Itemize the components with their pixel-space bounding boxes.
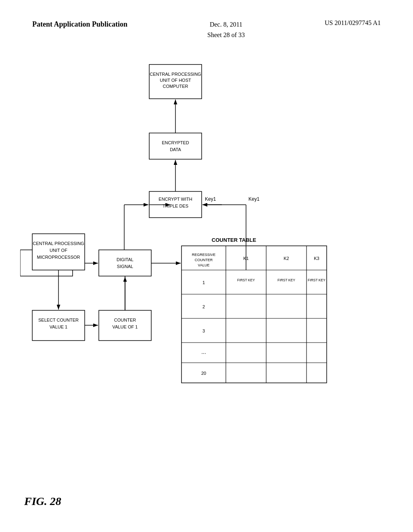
encrypt-des-text: ENCRYPT WITH: [159, 197, 192, 202]
publication-date: Dec. 8, 2011: [207, 19, 245, 30]
page-header: Patent Application Publication Dec. 8, 2…: [0, 19, 413, 40]
col-header-k3: K3: [314, 256, 319, 261]
digital-signal-box: [99, 250, 151, 276]
row1-k3: FIRST KEY: [308, 278, 325, 282]
svg-text:DATA: DATA: [170, 147, 181, 152]
encrypted-data-box: [149, 133, 202, 159]
svg-text:VALUE: VALUE: [198, 263, 210, 267]
svg-text:SIGNAL: SIGNAL: [117, 264, 133, 269]
cpu-host-text: CENTRAL PROCESSING: [150, 72, 201, 77]
col-header-k2: K2: [284, 256, 289, 261]
col-header-counter: REGRESSIVE: [192, 253, 216, 257]
select-counter-text: SELECT COUNTER: [38, 318, 79, 322]
ellipsis: ...: [201, 349, 206, 355]
svg-text:TRIPLE DES: TRIPLE DES: [163, 204, 188, 208]
diagram-svg: CENTRAL PROCESSING UNIT OF HOST COMPUTER…: [20, 56, 391, 500]
row1-k1: FIRST KEY: [237, 278, 255, 282]
key1-label: Key1: [205, 196, 216, 202]
svg-text:COUNTER: COUNTER: [195, 258, 213, 262]
svg-text:VALUE 1: VALUE 1: [50, 324, 67, 329]
row1-counter: 1: [202, 280, 205, 285]
row3-counter: 3: [202, 328, 205, 333]
digital-signal-text: DIGITAL: [117, 257, 133, 262]
cpu-micro-text: CENTRAL PROCESSING: [33, 241, 84, 246]
publication-title: Patent Application Publication: [32, 19, 127, 29]
encrypted-data-text: ENCRYPTED: [162, 140, 189, 145]
counter-table-title: COUNTER TABLE: [212, 237, 257, 243]
svg-text:UNIT OF HOST: UNIT OF HOST: [160, 78, 191, 83]
row1-k2: FIRST KEY: [277, 278, 295, 282]
header-center: Dec. 8, 2011 Sheet 28 of 33: [207, 19, 245, 40]
svg-text:UNIT OF: UNIT OF: [50, 248, 67, 253]
counter-val-1-text: COUNTER: [114, 318, 136, 322]
row2-counter: 2: [202, 304, 205, 309]
row20-counter: 20: [201, 371, 206, 376]
patent-number: US 2011/0297745 A1: [325, 19, 381, 27]
sheet-info: Sheet 28 of 33: [207, 30, 245, 40]
svg-text:VALUE OF 1: VALUE OF 1: [113, 324, 138, 329]
svg-text:MICROPROCESSOR: MICROPROCESSOR: [37, 255, 80, 260]
svg-text:COMPUTER: COMPUTER: [163, 84, 188, 89]
key1-label-2: Key1: [248, 196, 260, 202]
